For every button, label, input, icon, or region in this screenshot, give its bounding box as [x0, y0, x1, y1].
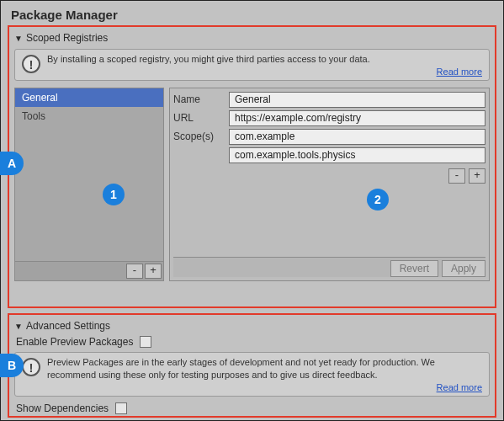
preview-read-more-link[interactable]: Read more [437, 382, 482, 392]
registries-list-area: General Tools [15, 88, 163, 261]
info-icon: ! [22, 55, 40, 73]
enable-preview-checkbox[interactable] [140, 336, 151, 348]
advanced-settings-header: Advanced Settings [26, 320, 110, 332]
chevron-down-icon: ▼ [14, 34, 23, 43]
list-item[interactable]: General [15, 88, 163, 107]
scoped-registries-header: Scoped Registries [26, 32, 108, 44]
scoped-info-text: By installing a scoped registry, you mig… [47, 53, 482, 66]
add-scope-button[interactable]: + [469, 168, 485, 184]
show-deps-checkbox[interactable] [115, 402, 127, 414]
scoped-registries-foldout[interactable]: ▼ Scoped Registries [14, 30, 490, 45]
remove-registry-button[interactable]: - [126, 264, 143, 279]
registry-form: Name URL Scope(s) - + [169, 88, 490, 281]
package-manager-window: Package Manager ▼ Scoped Registries ! By… [0, 0, 504, 421]
window-title: Package Manager [8, 6, 496, 25]
marker-2: 2 [367, 189, 389, 210]
preview-info-text-wrap: Preview Packages are in the early stages… [47, 356, 482, 394]
marker-1: 1 [103, 184, 125, 205]
apply-button[interactable]: Apply [442, 260, 485, 277]
preview-info-text: Preview Packages are in the early stages… [47, 356, 482, 381]
scoped-info-box: ! By installing a scoped registry, you m… [14, 49, 490, 81]
scoped-registries-body: General Tools - + Name URL [14, 88, 490, 281]
form-bottom-buttons: Revert Apply [173, 257, 485, 277]
list-item[interactable]: Tools [15, 107, 163, 125]
marker-a: A [0, 152, 24, 175]
scoped-info-text-wrap: By installing a scoped registry, you mig… [47, 53, 482, 78]
url-input[interactable] [229, 110, 485, 126]
enable-preview-row: Enable Preview Packages [14, 333, 490, 350]
add-registry-button[interactable]: + [145, 264, 162, 279]
chevron-down-icon: ▼ [14, 322, 23, 331]
marker-b: B [0, 354, 24, 377]
name-label: Name [173, 93, 229, 105]
scope-input-2[interactable] [229, 147, 485, 163]
enable-preview-label: Enable Preview Packages [16, 336, 133, 348]
advanced-settings-panel: ▼ Advanced Settings Enable Preview Packa… [8, 313, 496, 418]
list-buttons: - + [15, 261, 163, 280]
remove-scope-button[interactable]: - [448, 168, 465, 184]
show-deps-label: Show Dependencies [16, 402, 109, 414]
info-icon: ! [22, 358, 40, 376]
scope-input-1[interactable] [229, 129, 485, 145]
revert-button[interactable]: Revert [390, 260, 438, 277]
registries-list: General Tools - + [14, 88, 164, 281]
scope-label: Scope(s) [173, 131, 229, 142]
scoped-registries-panel: ▼ Scoped Registries ! By installing a sc… [8, 25, 496, 308]
url-label: URL [173, 112, 229, 124]
preview-info-box: ! Preview Packages are in the early stag… [14, 352, 490, 397]
advanced-settings-foldout[interactable]: ▼ Advanced Settings [14, 318, 490, 333]
show-deps-row: Show Dependencies [14, 400, 490, 417]
scope-buttons: - + [229, 168, 485, 184]
name-input[interactable] [229, 92, 485, 108]
scoped-read-more-link[interactable]: Read more [437, 67, 482, 77]
